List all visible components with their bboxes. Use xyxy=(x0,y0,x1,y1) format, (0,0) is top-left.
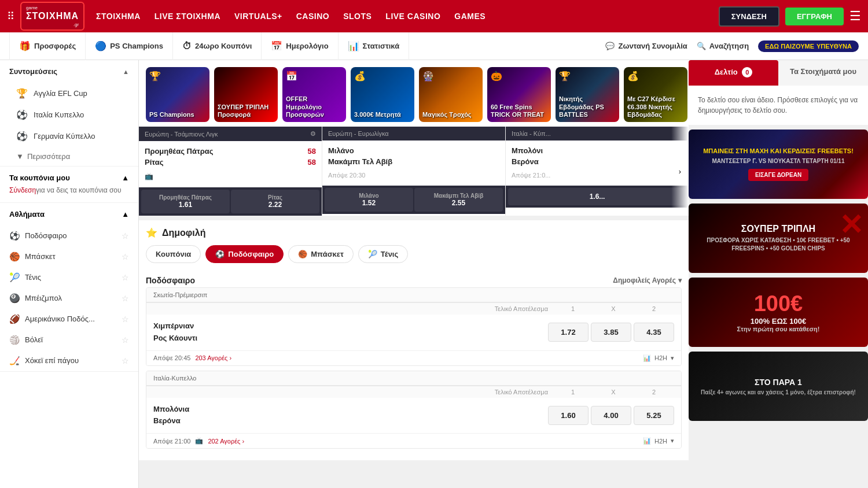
football-fav-icon[interactable]: ☆ xyxy=(122,231,129,241)
tab-basketball[interactable]: 🏀 Μπάσκετ xyxy=(288,245,354,263)
sports-header[interactable]: Αθλήματα ▲ xyxy=(0,203,138,225)
baseball-fav-icon[interactable]: ☆ xyxy=(122,294,129,303)
match2-odds-2[interactable]: 5.25 xyxy=(634,406,674,425)
betslip-tab-active[interactable]: Δελτίο 0 xyxy=(689,60,778,86)
match1-odds-2[interactable]: 4.35 xyxy=(634,323,674,342)
nav-stats[interactable]: 📊 Στατιστικά xyxy=(339,32,410,60)
match1-odds-x[interactable]: 3.85 xyxy=(591,323,631,342)
match3-arrow[interactable]: › xyxy=(671,127,689,216)
banner-ps-champions[interactable]: PS Champions 🏆 xyxy=(146,67,209,122)
promo-100[interactable]: 100€ 100% ΕΩΣ 100€ Στην πρώτη σου κατάθε… xyxy=(689,278,868,347)
odds-col-x: Χ xyxy=(593,305,634,312)
tab-football[interactable]: ⚽ Ποδόσφαιρο xyxy=(205,245,284,263)
betslip-tab-my-bets[interactable]: Τα Στοιχήματά μου xyxy=(778,60,868,86)
logo-line3: .gr xyxy=(26,22,79,28)
betslip-tabs: Δελτίο 0 Τα Στοιχήματά μου xyxy=(689,60,868,86)
match2-body: Μιλάνο Μακάμπι Τελ Αβίβ Απόψε 20:30 xyxy=(322,141,505,186)
logo[interactable]: game ΣΤΟΙΧΗΜΑ .gr xyxy=(20,2,84,31)
match3-btn1[interactable]: 1.6... xyxy=(508,188,686,205)
markets-dropdown[interactable]: Δημοφιλείς Αγορές ▾ xyxy=(613,276,682,284)
nav-virtuals[interactable]: VIRTUALS+ xyxy=(234,12,282,21)
banner-tripl-label: ΣΟΥΠΕΡ ΤΡΙΠΛΗ Προσφορά xyxy=(218,103,274,119)
right-panel: Δελτίο 0 Τα Στοιχήματά μου Το δελτίο σου… xyxy=(689,60,868,488)
nav-24h-coupon[interactable]: ⏱ 24ωρο Κουπόνι xyxy=(173,32,262,60)
match2-header: Ευρώπη - Ευρωλίγκα xyxy=(322,127,505,141)
football-tab-label: Ποδόσφαιρο xyxy=(228,250,274,258)
match3-time: Απόψε 21:0... xyxy=(512,169,683,181)
promo-ps-cta[interactable]: ΕΙΣΑΓΕ ΔΟΡΕΑΝ xyxy=(748,169,808,181)
search-button[interactable]: 🔍 Αναζήτηση xyxy=(697,42,749,50)
banner-trick-icon: 🎃 xyxy=(491,71,502,82)
match1-odds-1[interactable]: 1.72 xyxy=(548,323,589,342)
secondary-nav: 🎁 Προσφορές 🔵 PS Champions ⏱ 24ωρο Κουπό… xyxy=(0,32,868,60)
nav-ps-champions[interactable]: 🔵 PS Champions xyxy=(86,32,173,60)
nav-games[interactable]: GAMES xyxy=(454,12,486,21)
match1-meta-right[interactable]: 📊 H2H ▾ xyxy=(643,354,674,362)
match2-markets-link[interactable]: 202 Αγορές › xyxy=(208,438,244,445)
match1-btn1[interactable]: Προμηθέας Πάτρας 1.61 xyxy=(141,190,230,213)
promo-super-tripl[interactable]: ΣΟΥΠΕΡ ΤΡΙΠΛΗ ΠΡΟΣΦΟΡΑ ΧΩΡΙΣ ΚΑΤΑΘΕΣΗ • … xyxy=(689,204,868,273)
nav-casino[interactable]: CASINO xyxy=(296,12,329,21)
match2-meta-right[interactable]: 📊 H2H ▾ xyxy=(643,437,674,445)
live-chat-button[interactable]: 💬 Ζωντανή Συνομιλία xyxy=(605,42,687,50)
banner-tripl[interactable]: ΣΟΥΠΕΡ ΤΡΙΠΛΗ Προσφορά xyxy=(214,67,278,122)
sport-hockey[interactable]: 🏒 Χόκεϊ επί πάγου ☆ xyxy=(0,350,138,371)
hamburger-icon[interactable]: ☰ xyxy=(849,9,861,24)
promo-ps-champions[interactable]: ΜΠΑΙΝΕΙΣ ΣΤΗ ΜΑΧΗ ΚΑΙ ΚΕΡΔΙΖΕΙΣ FREEBETS… xyxy=(689,130,868,199)
hockey-fav-icon[interactable]: ☆ xyxy=(122,356,129,365)
american-fav-icon[interactable]: ☆ xyxy=(122,315,129,324)
banner-offer[interactable]: OFFER Ημερολόγιο Προσφορών 📅 xyxy=(282,67,346,122)
coupons-login-link[interactable]: Σύνδεση xyxy=(9,186,36,194)
odds-col2-2: 2 xyxy=(634,389,674,395)
tab-coupons[interactable]: Κουπόνια xyxy=(146,245,201,263)
match2-btn1[interactable]: Μιλάνο 1.52 xyxy=(325,188,413,212)
banner-prize[interactable]: Με C27 Κέρδισε €6.308 Νικητής Εβδομάδας … xyxy=(624,67,687,122)
logo-line2: ΣΤΟΙΧΗΜΑ xyxy=(26,10,79,21)
banner-battles[interactable]: Νικητής Εβδομάδας PS BATTLES 🏆 xyxy=(556,67,619,122)
shortcuts-header[interactable]: Συντομεύσεις ▲ xyxy=(0,60,138,83)
match2-btn2[interactable]: Μακάμπι Τελ Αβίβ 2.55 xyxy=(414,188,503,212)
match1-tv-icon: 📺 xyxy=(145,170,316,183)
register-button[interactable]: ΕΓΓΡΑΦΗ xyxy=(785,8,844,25)
my-bets-label: Τα Στοιχήματά μου xyxy=(790,67,856,76)
match3-league: Ιταλία - Κύπ... xyxy=(512,130,551,137)
sport-tennis[interactable]: 🎾 Τένις ☆ xyxy=(0,267,138,288)
shortcuts-more[interactable]: ▼ Περισσότερα xyxy=(0,147,138,166)
sidebar-item-italy[interactable]: ⚽ Ιταλία Κυπελλο xyxy=(0,104,138,125)
nav-slots[interactable]: SLOTS xyxy=(343,12,372,21)
match1-btn2[interactable]: Ρίτας 2.22 xyxy=(231,190,319,213)
match2-odds-x[interactable]: 4.00 xyxy=(591,406,631,425)
sport-football[interactable]: ⚽ Ποδόσφαιρο ☆ xyxy=(0,225,138,246)
match2-teams: Μιλάνο Μακάμπι Τελ Αβίβ xyxy=(328,145,499,167)
promo-para1[interactable]: ΣΤΟ ΠΑΡΑ 1 Παίξε 4+ αγωνες και αν χάσεις… xyxy=(689,352,868,421)
nav-live[interactable]: LIVE ΣΤΟΙΧΗΜΑ xyxy=(155,12,220,21)
banner-trick[interactable]: 60 Free Spins TRICK OR TREAT 🎃 xyxy=(487,67,551,122)
sport-basketball[interactable]: 🏀 Μπάσκετ ☆ xyxy=(0,246,138,267)
grid-icon[interactable]: ⠿ xyxy=(7,10,14,23)
match1-markets-link[interactable]: 203 Αγορές › xyxy=(195,354,231,361)
sidebar-item-efl[interactable]: 🏆 Αγγλία EFL Cup xyxy=(0,83,138,104)
sport-volleyball[interactable]: 🏐 Βόλεϊ ☆ xyxy=(0,330,138,350)
live-matches-row: Ευρώπη - Τσάμπιονς Λιγκ ⚙ Προμηθέας Πάτρ… xyxy=(139,127,689,216)
login-button[interactable]: ΣΥΝΔΕΣΗ xyxy=(719,6,779,27)
h2h-chevron-icon: ▾ xyxy=(671,354,674,362)
tab-tennis[interactable]: 🎾 Τένις xyxy=(358,245,408,263)
coupons-header[interactable]: Τα κουπόνια μου ▲ xyxy=(9,173,129,182)
sport-baseball[interactable]: 🎱 Μπέιζμπολ ☆ xyxy=(0,288,138,309)
match2-odds-1[interactable]: 1.60 xyxy=(548,406,589,425)
nav-stoixima[interactable]: ΣΤΟΙΧΗΜΑ xyxy=(96,12,141,21)
banner-timer-icon: 💰 xyxy=(354,71,366,82)
shortcuts-chevron: ▲ xyxy=(123,68,129,75)
nav-calendar[interactable]: 📅 Ημερολόγιο xyxy=(262,32,338,60)
promo-100-img: 100€ 100% ΕΩΣ 100€ Στην πρώτη σου κατάθε… xyxy=(689,278,868,347)
banner-wheel[interactable]: Μαγικός Τροχός 🎡 xyxy=(419,67,483,122)
nav-live-casino[interactable]: LIVE CASINO xyxy=(385,12,440,21)
banner-timer[interactable]: 3.000€ Μετρητά 💰 xyxy=(351,67,414,122)
sport-american-football[interactable]: 🏈 Αμερικάνικο Ποδός... ☆ xyxy=(0,309,138,330)
match1-markets-count: 203 Αγορές xyxy=(195,354,227,361)
nav-offers[interactable]: 🎁 Προσφορές xyxy=(9,32,86,60)
tennis-fav-icon[interactable]: ☆ xyxy=(122,273,129,282)
sidebar-item-germany[interactable]: ⚽ Γερμανία Κύπελλο xyxy=(0,125,138,147)
basketball-fav-icon[interactable]: ☆ xyxy=(122,252,129,261)
volleyball-fav-icon[interactable]: ☆ xyxy=(122,335,129,345)
